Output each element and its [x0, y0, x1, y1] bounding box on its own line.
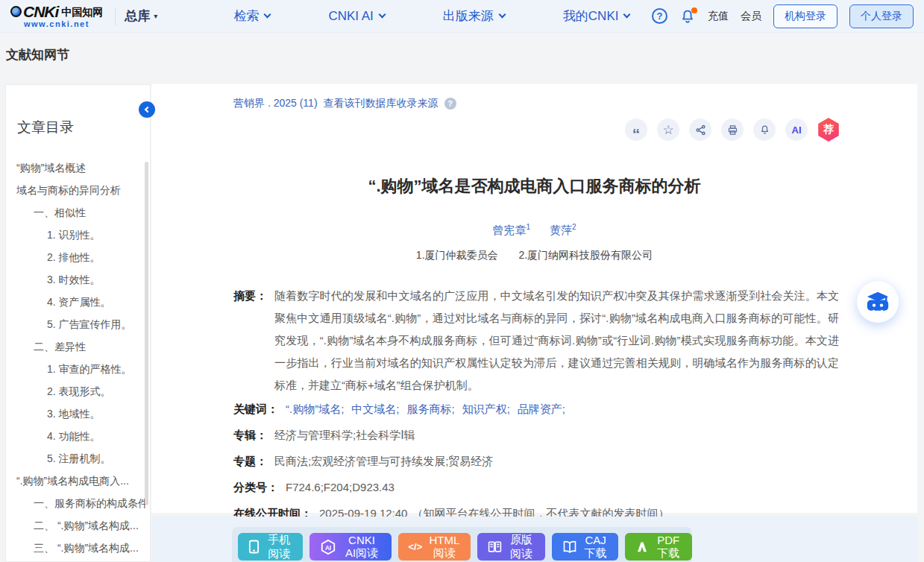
toc-item[interactable]: 二、差异性 — [6, 335, 150, 358]
action-button[interactable]: CAJ下载 — [552, 533, 619, 561]
toc-item[interactable]: “购物”域名概述 — [6, 157, 150, 179]
article-main-panel: 营销界 . 2025 (11) 查看该刊数据库收录来源 ? “ ☆ AI 荐 — [151, 84, 917, 513]
keywords-list: “.购物”域名;中文域名;服务商标;知识产权;品牌资产; — [286, 401, 565, 417]
pdf-icon — [635, 540, 649, 553]
action-button-label: HTML阅读 — [428, 534, 460, 561]
personal-login-button[interactable]: 个人登录 — [849, 4, 914, 28]
abstract-row: 摘要： 随着数字时代的发展和中文域名的广泛应用，中文域名引发的知识产权冲突及其保… — [233, 285, 839, 397]
nav-menus: 检索 CNKI AI 出版来源 我的CNKI — [233, 7, 629, 25]
journal-issue: . 2025 (11) — [268, 97, 318, 109]
toc-item[interactable]: 4. 资产属性。 — [6, 291, 150, 313]
ai-icon[interactable]: AI — [785, 119, 808, 141]
ai-assistant-robot-button[interactable] — [857, 281, 899, 323]
code-icon: </> — [409, 541, 423, 552]
toc-item[interactable]: 1. 识别性。 — [6, 224, 150, 246]
top-navigation-bar: CNKi 中国知网 www.cnki.net 总库 ▾ 检索 CNKI AI 出… — [0, 0, 924, 33]
member-link[interactable]: 会员 — [741, 10, 761, 23]
keyword-link[interactable]: 知识产权; — [462, 401, 510, 417]
notification-bell-icon[interactable] — [679, 8, 696, 25]
toc-item[interactable]: 3. 地域性。 — [6, 402, 150, 425]
toc-item[interactable]: 一、服务商标的构成条件 — [6, 492, 150, 514]
favorite-star-icon[interactable]: ☆ — [657, 119, 679, 141]
action-button[interactable]: PDF下载 — [625, 533, 692, 561]
help-icon[interactable]: ? — [652, 8, 667, 24]
sidebar-scrollbar[interactable] — [145, 162, 148, 505]
question-help-icon[interactable]: ? — [444, 98, 456, 110]
action-button[interactable]: AI CNKI AI阅读 — [309, 533, 391, 561]
toc-item[interactable]: 二、 “.购物”域名构成... — [6, 514, 150, 537]
open-book-icon — [562, 540, 577, 553]
abstract-label: 摘要： — [233, 285, 267, 397]
print-icon[interactable] — [721, 119, 744, 141]
toc-item[interactable]: 三、 “.购物”域名构成... — [6, 537, 150, 559]
toc-item[interactable]: 5. 广告宣传作用。 — [6, 313, 150, 335]
toc-item[interactable]: 1. 审查的严格性。 — [6, 358, 150, 380]
series-label: 专辑： — [233, 427, 267, 443]
robot-graduate-icon — [863, 287, 893, 317]
nav-menu-item[interactable]: 我的CNKI — [563, 7, 630, 25]
toc-item[interactable]: 2. 排他性。 — [6, 246, 150, 268]
keyword-link[interactable]: 品牌资产; — [518, 401, 565, 417]
authors-line: 曾宪章1黄萍2 — [151, 223, 917, 238]
topic-label: 专题： — [233, 453, 267, 470]
page-title: 文献知网节 — [6, 46, 69, 63]
toc-item[interactable]: 4. 功能性。 — [6, 425, 150, 447]
share-icon[interactable] — [689, 119, 711, 141]
journal-link[interactable]: 营销界 . 2025 (11) — [233, 97, 318, 110]
book-pages-icon — [488, 540, 502, 553]
keywords-label: 关键词： — [233, 401, 278, 417]
action-button-label: 原版阅读 — [508, 533, 534, 561]
action-button[interactable]: 手机阅读 — [238, 533, 303, 561]
author-name: 黄萍 — [550, 224, 572, 236]
article-actions-section: 手机阅读 AI CNKI AI阅读 </> HTML阅读 原版阅读 CAJ下载 … — [151, 517, 917, 562]
action-button-label: CAJ下载 — [583, 534, 609, 561]
toc-item[interactable]: 3. 时效性。 — [6, 268, 150, 291]
org-login-button[interactable]: 机构登录 — [773, 4, 837, 28]
keyword-link[interactable]: 中文域名; — [351, 401, 399, 417]
nav-menu-label: 检索 — [233, 7, 259, 25]
series-value: 经济与管理科学;社会科学Ⅰ辑 — [274, 427, 415, 443]
svg-text:AI: AI — [325, 544, 331, 551]
toc-item[interactable]: 域名与商标的异同分析 — [6, 179, 150, 201]
cnki-logo[interactable]: CNKi 中国知网 www.cnki.net — [10, 4, 103, 28]
nav-menu-item[interactable]: 出版来源 — [443, 7, 505, 25]
action-button[interactable]: 原版阅读 — [477, 533, 544, 561]
chevron-left-icon — [145, 107, 151, 113]
action-button[interactable]: </> HTML阅读 — [398, 533, 471, 561]
toc-item[interactable]: 一、相似性 — [6, 201, 150, 224]
clc-label: 分类号： — [233, 479, 278, 496]
library-dropdown[interactable]: 总库 ▾ — [125, 7, 157, 25]
affiliations-line: 1.厦门仲裁委员会 2.厦门纳网科技股份有限公司 — [151, 249, 917, 262]
recommend-badge[interactable]: 荐 — [817, 118, 840, 142]
series-row: 专辑： 经济与管理科学;社会科学Ⅰ辑 — [233, 427, 839, 443]
abstract-text: 随着数字时代的发展和中文域名的广泛应用，中文域名引发的知识产权冲突及其保护需求逐… — [274, 285, 839, 397]
nav-menu-item[interactable]: CNKI AI — [328, 7, 384, 25]
globe-logo-icon — [10, 6, 22, 17]
nav-menu-item[interactable]: 检索 — [233, 7, 270, 25]
author-name: 曾宪章 — [492, 224, 526, 236]
topic-row: 专题： 民商法;宏观经济管理与可持续发展;贸易经济 — [233, 453, 839, 470]
notification-dot — [691, 7, 697, 13]
author-affil-sup: 1 — [526, 223, 530, 231]
subscribe-bell-icon[interactable] — [753, 119, 776, 141]
topic-value: 民商法;宏观经济管理与可持续发展;贸易经济 — [274, 453, 493, 470]
sidebar-collapse-button[interactable] — [139, 101, 155, 118]
quote-icon[interactable]: “ — [625, 119, 647, 141]
logo-site-url: www.cnki.net — [10, 20, 103, 28]
toc-title: 文章目录 — [17, 118, 150, 137]
chevron-down-icon — [264, 11, 271, 19]
toc-list: “购物”域名概述域名与商标的异同分析一、相似性1. 识别性。2. 排他性。3. … — [6, 157, 150, 559]
keyword-link[interactable]: “.购物”域名; — [286, 401, 344, 417]
nav-menu-label: 出版来源 — [443, 7, 494, 25]
toc-item[interactable]: 5. 注册机制。 — [6, 447, 150, 470]
action-button-label: PDF下载 — [655, 534, 682, 561]
toc-item[interactable]: 2. 表现形式。 — [6, 380, 150, 402]
author-link[interactable]: 曾宪章1 — [492, 224, 530, 236]
author-link[interactable]: 黄萍2 — [550, 224, 576, 236]
logo-brand-text: CNKi — [23, 4, 58, 19]
toc-item[interactable]: “.购物”域名构成电商入... — [6, 470, 150, 492]
recharge-link[interactable]: 充值 — [708, 10, 729, 23]
keyword-link[interactable]: 服务商标; — [407, 401, 455, 417]
nav-menu-label: CNKI AI — [328, 9, 373, 24]
db-source-link[interactable]: 查看该刊数据库收录来源 — [324, 97, 439, 110]
